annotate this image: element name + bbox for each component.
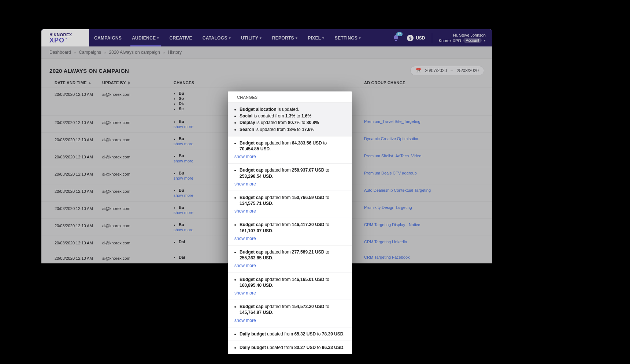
nav-tab-utility[interactable]: UTILITY▾ — [236, 29, 267, 46]
breadcrumb-item[interactable]: History — [168, 50, 182, 55]
cell-updateby: ai@knorex.com — [102, 154, 174, 159]
brand-bottom: XPO™ — [49, 37, 89, 44]
top-nav: ✱KNOREX XPO™ CAMPAIGNSAUDIENCE▾CREATIVEC… — [41, 29, 492, 46]
cell-adgroup: Auto Dealership Contextual Targeting — [364, 188, 484, 192]
calendar-icon: 📅 — [416, 68, 421, 73]
adgroup-link[interactable]: CRM Targeting Linkedin — [364, 240, 407, 244]
cell-datetime: 20/08/2020 12:10 AM — [55, 91, 102, 97]
cell-datetime: 20/08/2020 12:10 AM — [55, 222, 102, 228]
cell-datetime: 20/08/2020 12:10 AM — [55, 136, 102, 142]
date-from: 26/07/2020 — [425, 68, 447, 73]
adgroup-link[interactable]: Promixity Design Targeting — [364, 205, 412, 210]
popup-change-line: Budget cap updated from 146,417.20 USD t… — [240, 222, 347, 233]
page-header: 2020 ALWAYS ON CAMPAIGN 📅 26/07/2020 – 2… — [41, 59, 492, 78]
breadcrumb: Dashboard»Campaigns»2020 Always on campa… — [41, 46, 492, 59]
show-more-link[interactable]: show more — [174, 228, 193, 232]
chevron-down-icon: ▾ — [484, 39, 486, 42]
page-title: 2020 ALWAYS ON CAMPAIGN — [49, 68, 129, 74]
show-more-link[interactable]: show more — [234, 290, 256, 296]
cell-updateby: ai@knorex.com — [102, 136, 174, 142]
show-more-link[interactable]: show more — [234, 236, 256, 241]
changes-popup: CHANGES Budget allocation is updated.Soc… — [228, 91, 352, 354]
breadcrumb-item[interactable]: 2020 Always on campaign — [109, 50, 160, 55]
org-name: Knorex XPO — [439, 38, 461, 43]
popup-group: Budget cap updated from 258,937.07 USD t… — [228, 163, 352, 191]
popup-change-line: Search is updated from 18% to 17.6% — [240, 127, 347, 132]
popup-group: Budget cap updated from 277,589.21 USD t… — [228, 245, 352, 273]
show-more-link[interactable]: show more — [174, 176, 193, 180]
popup-change-line: Display is updated from 80.7% to 80.8% — [240, 120, 347, 125]
popup-change-line: Budget cap updated from 258,937.07 USD t… — [240, 167, 347, 179]
cell-updateby: ai@knorex.com — [102, 119, 174, 125]
popup-change-line: Daily budget updated from 65.32 USD to 7… — [240, 331, 347, 337]
cell-datetime: 20/08/2020 12:10 AM — [55, 255, 102, 260]
nav-tab-creative[interactable]: CREATIVE — [164, 29, 197, 46]
adgroup-link[interactable]: Premium_Travel Site_Targeting — [364, 119, 420, 124]
adgroup-link[interactable]: Premium Sitelist_AdTech_Video — [364, 154, 421, 158]
user-menu[interactable]: Hi, Steve Johnson Knorex XPO Account ▾ — [439, 33, 486, 43]
popup-group: Budget cap updated from 154,572.20 USD t… — [228, 300, 352, 327]
cell-datetime: 20/08/2020 12:10 AM — [55, 171, 102, 176]
nav-tab-campaigns[interactable]: CAMPAIGNS — [89, 29, 127, 46]
adgroup-link[interactable]: CRM Targeting Facebook — [364, 255, 410, 259]
popup-group: Budget cap updated from 146,165.01 USD t… — [228, 273, 352, 300]
nav-right: 25 $ USD Hi, Steve Johnson Knorex XPO Ac… — [392, 29, 492, 46]
adgroup-link[interactable]: Auto Dealership Contextual Targeting — [364, 188, 431, 192]
nav-tab-reports[interactable]: REPORTS▾ — [267, 29, 303, 46]
cell-updateby: ai@knorex.com — [102, 222, 174, 228]
popup-group: Budget cap updated from 64,383.56 USD to… — [228, 136, 352, 164]
adgroup-link[interactable]: Dynamic Creative Optimisation — [364, 136, 419, 141]
adgroup-link[interactable]: Premium Deals CTV adgroup — [364, 171, 417, 175]
popup-group: Budget cap updated from 150,766.59 USD t… — [228, 191, 352, 218]
breadcrumb-item[interactable]: Campaigns — [79, 50, 101, 55]
dollar-icon: $ — [407, 35, 414, 41]
date-sep: – — [451, 68, 453, 73]
cell-updateby: ai@knorex.com — [102, 205, 174, 211]
show-more-link[interactable]: show more — [234, 318, 256, 323]
popup-group: Budget cap updated from 146,417.20 USD t… — [228, 218, 352, 245]
cell-updateby: ai@knorex.com — [102, 171, 174, 176]
account-pill: Account — [463, 38, 482, 43]
notifications-button[interactable]: 25 — [392, 34, 400, 42]
show-more-link[interactable]: show more — [174, 142, 193, 146]
col-header-updateby[interactable]: UPDATE BY ▲▼ — [102, 80, 174, 85]
currency-selector[interactable]: $ USD — [407, 35, 425, 41]
adgroup-link[interactable]: CRM Targeting Display - Native — [364, 222, 420, 227]
show-more-link[interactable]: show more — [174, 210, 193, 215]
chevron-down-icon: ▾ — [157, 36, 159, 40]
nav-tab-catalogs[interactable]: CATALOGS▾ — [197, 29, 236, 46]
brand-logo[interactable]: ✱KNOREX XPO™ — [41, 29, 89, 46]
popup-change-line: Budget cap updated from 150,766.59 USD t… — [240, 195, 347, 206]
chevron-down-icon: ▾ — [359, 36, 361, 40]
chevron-down-icon: ▾ — [296, 36, 297, 40]
show-more-link[interactable]: show more — [234, 181, 256, 187]
cell-adgroup: Promixity Design Targeting — [364, 205, 484, 210]
cell-datetime: 20/08/2020 12:10 AM — [55, 188, 102, 194]
show-more-link[interactable]: show more — [174, 159, 193, 163]
cell-updateby: ai@knorex.com — [102, 240, 174, 245]
popup-change-line: Budget cap updated from 277,589.21 USD t… — [240, 249, 347, 261]
nav-divider — [432, 33, 432, 43]
popup-change-line: Budget allocation is updated. — [240, 106, 347, 112]
col-header-adgroup: AD GROUP CHANGE — [364, 80, 484, 85]
popup-change-line: Daily budget updated from 80.27 USD to 9… — [240, 345, 347, 350]
popup-header: CHANGES — [228, 91, 352, 102]
nav-tab-audience[interactable]: AUDIENCE▾ — [127, 29, 164, 46]
show-more-link[interactable]: show more — [174, 124, 193, 129]
show-more-link[interactable]: show more — [234, 154, 256, 160]
nav-tabs: CAMPAIGNSAUDIENCE▾CREATIVECATALOGS▾UTILI… — [89, 29, 366, 46]
col-header-datetime[interactable]: DATE AND TIME ▲ — [55, 80, 102, 85]
nav-tab-settings[interactable]: SETTINGS▾ — [330, 29, 366, 46]
show-more-link[interactable]: show more — [234, 208, 256, 214]
breadcrumb-item[interactable]: Dashboard — [49, 50, 71, 55]
show-more-link[interactable]: show more — [174, 193, 193, 198]
currency-code: USD — [416, 35, 425, 41]
nav-tab-pixel[interactable]: PIXEL▾ — [303, 29, 330, 46]
notification-badge: 25 — [396, 32, 403, 36]
show-more-link[interactable]: show more — [234, 263, 256, 269]
popup-group: Daily budget updated from 80.27 USD to 9… — [228, 341, 352, 354]
user-greeting: Hi, Steve Johnson — [453, 33, 486, 37]
cell-datetime: 20/08/2020 12:10 AM — [55, 240, 102, 245]
date-range-picker[interactable]: 📅 26/07/2020 – 25/08/2020 — [410, 66, 484, 75]
cell-adgroup: CRM Targeting Facebook — [364, 255, 484, 259]
